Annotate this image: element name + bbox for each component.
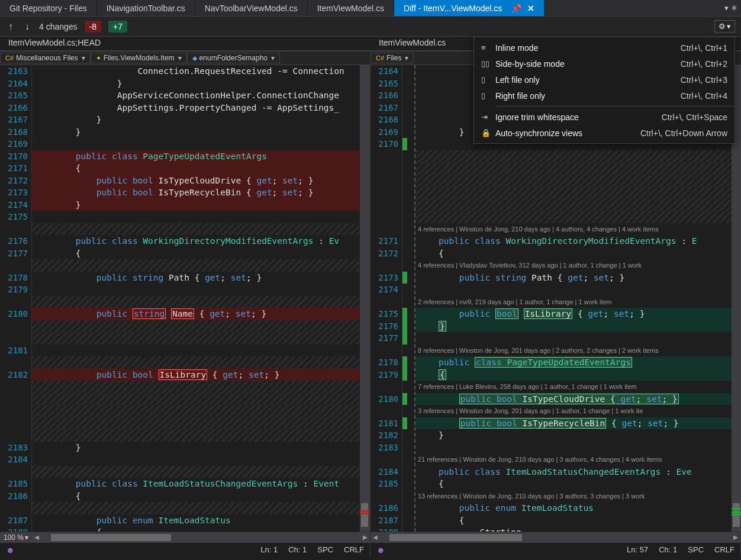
- left-pane: 2163216421652166216721682169217021712172…: [0, 65, 370, 532]
- left-hscroll[interactable]: [51, 533, 351, 542]
- left-vscroll[interactable]: [360, 65, 369, 532]
- menu-label: Side-by-side mode: [495, 59, 681, 69]
- menu-label: Auto-synchronize views: [495, 128, 640, 138]
- crumb-label: Files: [386, 54, 401, 62]
- crumb-label: enumFolderSemapho: [199, 54, 268, 62]
- tab-inavigationtoolbar[interactable]: INavigationToolbar.cs: [97, 0, 195, 16]
- menu-icon: ▯▯: [481, 59, 495, 68]
- tab-diff-itemviewmodel[interactable]: Diff - ItemV...ViewModel.cs 📌 ✕: [394, 0, 545, 16]
- tab-navtoolbarviewmodel[interactable]: NavToolbarViewModel.cs: [195, 0, 308, 16]
- diff-settings-button[interactable]: ⚙ ▾: [714, 20, 735, 33]
- close-icon[interactable]: ✕: [527, 4, 534, 13]
- status-crlf: CRLF: [714, 545, 734, 554]
- menu-shortcut: Ctrl+\, Ctrl+4: [681, 91, 727, 101]
- menu-label: Ignore trim whitespace: [495, 112, 662, 122]
- hscroll-right-arrow[interactable]: ►: [731, 533, 740, 542]
- right-hscroll[interactable]: [389, 533, 721, 542]
- right-outline-margin: [407, 65, 415, 532]
- next-change-button[interactable]: ↓: [22, 20, 32, 33]
- status-spc: SPC: [317, 545, 333, 554]
- menu-item-left-file-only[interactable]: ▯ Left file only Ctrl+\, Ctrl+3: [474, 72, 734, 88]
- diff-toolbar: ↑ ↓ 4 changes -8 +7 ⚙ ▾: [0, 17, 741, 37]
- pin-icon[interactable]: 📌: [511, 4, 521, 13]
- tab-itemviewmodel[interactable]: ItemViewModel.cs: [308, 0, 394, 16]
- status-bar: ☻ Ln: 1 Ch: 1 SPC CRLF ☻ Ln: 57 Ch: 1 SP…: [0, 542, 741, 556]
- diff-mode-menu: ≡ Inline mode Ctrl+\, Ctrl+1▯▯ Side-by-s…: [473, 37, 735, 144]
- menu-icon: ▯: [481, 75, 495, 84]
- menu-item-ignore-trim-whitespace[interactable]: ⇥ Ignore trim whitespace Ctrl+\, Ctrl+Sp…: [474, 109, 734, 125]
- menu-shortcut: Ctrl+\, Ctrl+3: [681, 75, 727, 85]
- crumb-left-member[interactable]: ◆enumFolderSemapho▾: [187, 53, 280, 63]
- crumb-left-namespace[interactable]: ✦Files.ViewModels.Item▾: [91, 53, 187, 63]
- crumb-label: Files.ViewModels.Item: [104, 54, 175, 62]
- change-count: 4 changes: [39, 22, 78, 31]
- tab-overflow[interactable]: ▾ ✳: [721, 0, 741, 16]
- hscroll-right-arrow[interactable]: ►: [360, 533, 370, 542]
- status-ln: Ln: 1: [260, 545, 278, 554]
- menu-item-auto-synchronize-views[interactable]: 🔒 Auto-synchronize views Ctrl+\, Ctrl+Do…: [474, 125, 734, 141]
- status-ch: Ch: 1: [659, 545, 677, 554]
- menu-shortcut: Ctrl+\, Ctrl+1: [681, 43, 727, 53]
- left-file-header: ItemViewModel.cs;HEAD: [0, 37, 370, 50]
- left-code[interactable]: Connection.RequestReceived -= Connection…: [32, 65, 359, 532]
- hscroll-left-arrow[interactable]: ◄: [32, 533, 41, 542]
- status-ln: Ln: 57: [627, 545, 648, 554]
- zoom-level[interactable]: 100 % ▾: [0, 533, 32, 542]
- crumb-left-project[interactable]: C#Miscellaneous Files▾: [0, 53, 91, 63]
- status-spc: SPC: [688, 545, 704, 554]
- tab-git-repository[interactable]: Git Repository - Files: [0, 0, 97, 16]
- prev-change-button[interactable]: ↑: [6, 20, 15, 33]
- menu-label: Inline mode: [495, 43, 681, 53]
- menu-item-inline-mode[interactable]: ≡ Inline mode Ctrl+\, Ctrl+1: [474, 40, 734, 56]
- status-crlf: CRLF: [344, 545, 364, 554]
- left-line-numbers: 2163216421652166216721682169217021712172…: [0, 65, 32, 532]
- right-line-numbers: 2164216521662167216821692170217121722173…: [370, 65, 402, 532]
- menu-icon: 🔒: [481, 128, 495, 137]
- crumb-right-project[interactable]: C#Files▾: [370, 53, 414, 63]
- crumb-label: Miscellaneous Files: [16, 54, 78, 62]
- feedback-icon[interactable]: ☻: [376, 545, 385, 555]
- menu-icon: ▯: [481, 91, 495, 100]
- status-ch: Ch: 1: [288, 545, 307, 554]
- feedback-icon[interactable]: ☻: [6, 545, 15, 555]
- right-change-markers: [402, 65, 407, 532]
- menu-shortcut: Ctrl+\, Ctrl+2: [681, 59, 727, 69]
- tab-label: Diff - ItemV...ViewModel.cs: [404, 4, 502, 13]
- hscroll-row: 100 % ▾ ◄ ► ◄ ►: [0, 532, 741, 542]
- added-badge: +7: [108, 21, 127, 33]
- menu-shortcut: Ctrl+\, Ctrl+Down Arrow: [640, 128, 727, 138]
- removed-badge: -8: [85, 21, 101, 33]
- hscroll-left-arrow[interactable]: ◄: [370, 533, 380, 542]
- document-tabs: Git Repository - Files INavigationToolba…: [0, 0, 741, 17]
- menu-shortcut: Ctrl+\, Ctrl+Space: [662, 112, 727, 122]
- menu-item-side-by-side-mode[interactable]: ▯▯ Side-by-side mode Ctrl+\, Ctrl+2: [474, 56, 734, 72]
- menu-icon: ⇥: [481, 112, 495, 121]
- gear-icon: ⚙: [719, 22, 726, 31]
- menu-icon: ≡: [481, 43, 495, 52]
- chevron-down-icon: ▾: [727, 22, 731, 31]
- menu-label: Right file only: [495, 91, 681, 101]
- menu-label: Left file only: [495, 75, 681, 85]
- menu-item-right-file-only[interactable]: ▯ Right file only Ctrl+\, Ctrl+4: [474, 88, 734, 104]
